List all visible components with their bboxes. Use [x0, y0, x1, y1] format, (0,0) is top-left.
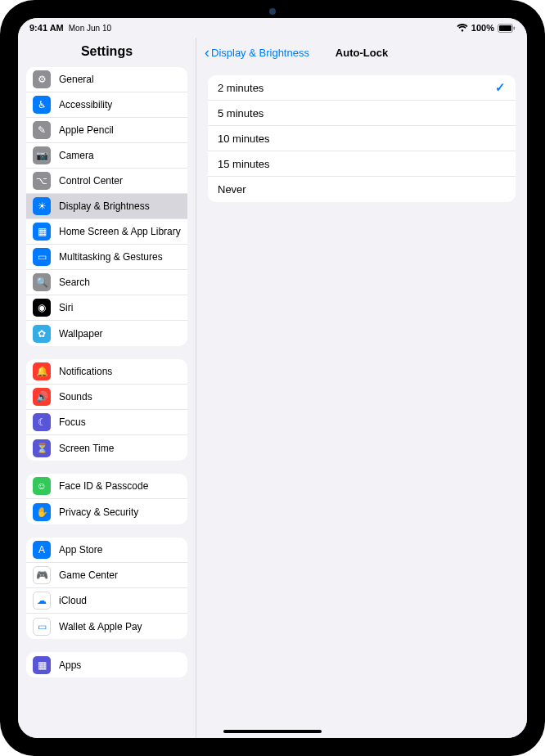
sidebar-item-camera[interactable]: 📷Camera — [26, 143, 187, 169]
screen-time-icon: ⏳ — [33, 439, 51, 457]
sidebar-item-notifications[interactable]: 🔔Notifications — [26, 359, 187, 385]
camera-icon: 📷 — [33, 146, 51, 164]
sidebar-item-control-center[interactable]: ⌥Control Center — [26, 169, 187, 194]
privacy-security-icon: ✋ — [33, 503, 51, 521]
settings-sidebar: Settings ⚙︎General♿︎Accessibility✎Apple … — [18, 38, 196, 738]
status-date: Mon Jun 10 — [69, 24, 111, 33]
sidebar-item-label: Control Center — [59, 175, 181, 187]
checkmark-icon: ✓ — [495, 80, 506, 95]
wallet-apple-pay-icon: ▭ — [33, 618, 51, 636]
sidebar-item-label: Search — [59, 277, 181, 288]
auto-lock-options: 2 minutes✓5 minutes10 minutes15 minutesN… — [208, 75, 516, 202]
sidebar-item-siri[interactable]: ◉Siri — [26, 295, 187, 321]
option-label: 10 minutes — [218, 133, 270, 145]
option-label: 2 minutes — [218, 82, 263, 94]
accessibility-icon: ♿︎ — [33, 96, 51, 114]
device-frame: 9:41 AM Mon Jun 10 100% Settings ⚙︎Gener… — [0, 0, 545, 756]
chevron-left-icon: ‹ — [205, 45, 209, 60]
battery-icon — [498, 24, 516, 33]
sidebar-item-label: Display & Brightness — [59, 200, 181, 212]
sidebar-item-label: Multitasking & Gestures — [59, 251, 181, 263]
sidebar-item-label: Privacy & Security — [59, 506, 181, 518]
option-label: 15 minutes — [218, 158, 270, 170]
option-15-minutes[interactable]: 15 minutes — [208, 151, 516, 177]
app-store-icon: A — [33, 541, 51, 559]
general-icon: ⚙︎ — [33, 70, 51, 88]
sidebar-item-multitasking-gestures[interactable]: ▭Multitasking & Gestures — [26, 245, 187, 270]
svg-rect-2 — [514, 26, 516, 29]
detail-header: ‹ Display & Brightness Auto-Lock — [196, 38, 527, 67]
sidebar-item-label: Apple Pencil — [59, 124, 181, 136]
sidebar-item-accessibility[interactable]: ♿︎Accessibility — [26, 92, 187, 118]
sidebar-item-label: Wallet & Apple Pay — [59, 621, 181, 632]
sidebar-item-label: Camera — [59, 150, 181, 161]
sidebar-item-label: Face ID & Passcode — [59, 480, 181, 492]
sidebar-item-focus[interactable]: ☾Focus — [26, 410, 187, 435]
back-label: Display & Brightness — [211, 47, 309, 59]
battery-percent: 100% — [471, 23, 494, 33]
sidebar-group: AApp Store🎮Game Center☁iCloud▭Wallet & A… — [26, 538, 187, 639]
sidebar-item-label: Wallpaper — [59, 328, 181, 340]
option-5-minutes[interactable]: 5 minutes — [208, 101, 516, 126]
apps-icon: ▦ — [33, 656, 51, 674]
option-10-minutes[interactable]: 10 minutes — [208, 126, 516, 151]
sidebar-group: 🔔Notifications🔊Sounds☾Focus⏳Screen Time — [26, 359, 187, 461]
status-bar: 9:41 AM Mon Jun 10 100% — [18, 18, 527, 38]
sidebar-item-general[interactable]: ⚙︎General — [26, 67, 187, 92]
svg-rect-1 — [499, 25, 511, 31]
control-center-icon: ⌥ — [33, 172, 51, 190]
wallpaper-icon: ✿ — [33, 325, 51, 343]
screen: 9:41 AM Mon Jun 10 100% Settings ⚙︎Gener… — [18, 18, 527, 738]
sidebar-item-wallpaper[interactable]: ✿Wallpaper — [26, 321, 187, 346]
sidebar-item-icloud[interactable]: ☁iCloud — [26, 588, 187, 614]
sidebar-item-game-center[interactable]: 🎮Game Center — [26, 563, 187, 588]
sidebar-scroll[interactable]: ⚙︎General♿︎Accessibility✎Apple Pencil📷Ca… — [18, 67, 196, 738]
sidebar-item-label: Game Center — [59, 569, 181, 581]
focus-icon: ☾ — [33, 413, 51, 431]
sidebar-item-label: General — [59, 74, 181, 85]
multitasking-gestures-icon: ▭ — [33, 248, 51, 266]
sidebar-item-label: Notifications — [59, 366, 181, 377]
sidebar-item-label: Siri — [59, 302, 181, 313]
sidebar-item-label: Home Screen & App Library — [59, 226, 181, 237]
icloud-icon: ☁ — [33, 592, 51, 610]
sidebar-item-label: Focus — [59, 416, 181, 428]
sidebar-item-app-store[interactable]: AApp Store — [26, 538, 187, 563]
sidebar-item-label: Screen Time — [59, 443, 181, 454]
option-2-minutes[interactable]: 2 minutes✓ — [208, 75, 516, 101]
sidebar-item-label: Apps — [59, 659, 181, 671]
sidebar-item-label: iCloud — [59, 595, 181, 606]
sidebar-item-search[interactable]: 🔍Search — [26, 270, 187, 295]
sidebar-item-apps[interactable]: ▦Apps — [26, 652, 187, 677]
siri-icon: ◉ — [33, 299, 51, 317]
sidebar-group: ▦Apps — [26, 652, 187, 677]
search-icon: 🔍 — [33, 273, 51, 291]
sidebar-item-screen-time[interactable]: ⏳Screen Time — [26, 435, 187, 461]
status-time: 9:41 AM — [29, 23, 64, 33]
sidebar-item-label: App Store — [59, 544, 181, 556]
sidebar-item-sounds[interactable]: 🔊Sounds — [26, 385, 187, 410]
home-indicator[interactable] — [223, 730, 322, 733]
sidebar-item-label: Sounds — [59, 391, 181, 403]
option-label: 5 minutes — [218, 107, 263, 119]
back-button[interactable]: ‹ Display & Brightness — [205, 45, 309, 60]
detail-pane: ‹ Display & Brightness Auto-Lock 2 minut… — [196, 38, 527, 738]
sidebar-item-wallet-apple-pay[interactable]: ▭Wallet & Apple Pay — [26, 614, 187, 639]
notifications-icon: 🔔 — [33, 362, 51, 380]
apple-pencil-icon: ✎ — [33, 121, 51, 139]
sidebar-item-label: Accessibility — [59, 99, 181, 110]
sidebar-item-apple-pencil[interactable]: ✎Apple Pencil — [26, 118, 187, 143]
game-center-icon: 🎮 — [33, 566, 51, 584]
front-camera — [269, 8, 276, 15]
sidebar-item-home-screen-app-library[interactable]: ▦Home Screen & App Library — [26, 219, 187, 245]
sidebar-item-face-id-passcode[interactable]: ☺Face ID & Passcode — [26, 474, 187, 499]
sidebar-item-privacy-security[interactable]: ✋Privacy & Security — [26, 499, 187, 524]
option-never[interactable]: Never — [208, 177, 516, 202]
sidebar-group: ⚙︎General♿︎Accessibility✎Apple Pencil📷Ca… — [26, 67, 187, 346]
sidebar-title: Settings — [18, 38, 196, 67]
sidebar-item-display-brightness[interactable]: ☀Display & Brightness — [26, 194, 187, 219]
detail-title: Auto-Lock — [336, 47, 388, 59]
sidebar-group: ☺Face ID & Passcode✋Privacy & Security — [26, 474, 187, 524]
wifi-icon — [457, 24, 468, 32]
home-screen-app-library-icon: ▦ — [33, 223, 51, 241]
